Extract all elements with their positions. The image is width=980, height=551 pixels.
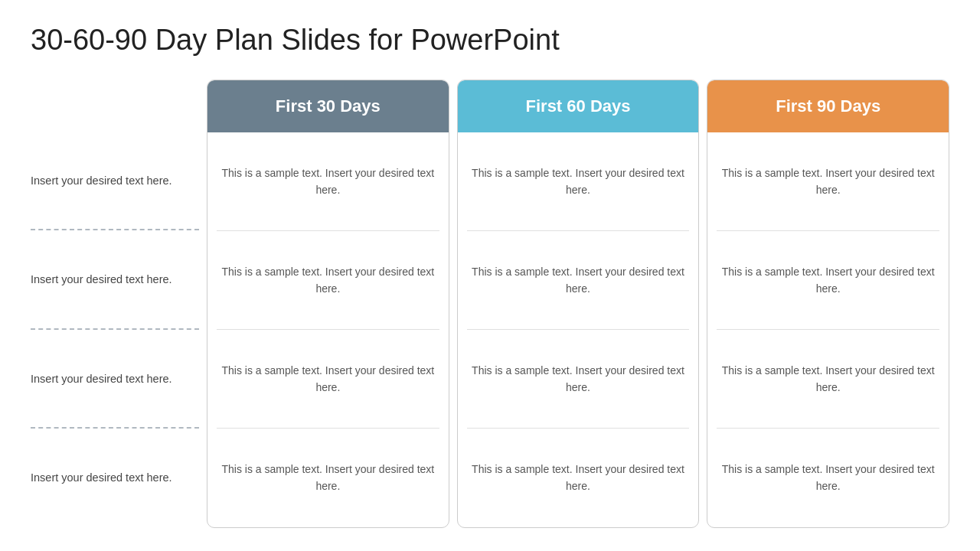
col-cell-text-0-2: This is a sample text. Insert your desir… (221, 362, 435, 396)
col-cell-1-1: This is a sample text. Insert your desir… (458, 231, 699, 330)
label-text-3: Insert your desired text here. (31, 470, 172, 487)
col-body-2: This is a sample text. Insert your desir… (707, 132, 949, 527)
col-cell-text-0-1: This is a sample text. Insert your desir… (221, 263, 435, 298)
col-cell-text-2-1: This is a sample text. Insert your desir… (721, 263, 935, 298)
col-cell-2-0: This is a sample text. Insert your desir… (707, 132, 949, 231)
col-cell-text-1-1: This is a sample text. Insert your desir… (472, 263, 685, 298)
col-cell-text-2-3: This is a sample text. Insert your desir… (721, 461, 935, 495)
col-cell-1-3: This is a sample text. Insert your desir… (458, 429, 699, 527)
col-cell-0-2: This is a sample text. Insert your desir… (207, 330, 449, 429)
col-header-1: First 60 Days (458, 80, 699, 132)
col-cell-1-2: This is a sample text. Insert your desir… (458, 330, 699, 429)
label-row-0: Insert your desired text here. (31, 132, 207, 231)
col-cell-2-2: This is a sample text. Insert your desir… (707, 330, 949, 429)
label-text-2: Insert your desired text here. (31, 371, 172, 388)
label-text-0: Insert your desired text here. (31, 173, 172, 190)
col-cell-2-3: This is a sample text. Insert your desir… (707, 429, 949, 527)
label-text-1: Insert your desired text here. (31, 272, 172, 289)
page-title: 30-60-90 Day Plan Slides for PowerPoint (31, 23, 949, 58)
col-cell-text-2-0: This is a sample text. Insert your desir… (721, 165, 935, 199)
col-cell-text-0-0: This is a sample text. Insert your desir… (221, 165, 435, 199)
label-row-2: Insert your desired text here. (31, 330, 207, 429)
col-cell-text-1-0: This is a sample text. Insert your desir… (472, 165, 685, 199)
label-column: Insert your desired text here.Insert you… (31, 80, 207, 528)
col-cell-text-0-3: This is a sample text. Insert your desir… (221, 461, 435, 495)
day-column-0: First 30 DaysThis is a sample text. Inse… (207, 80, 449, 528)
col-cell-0-3: This is a sample text. Insert your desir… (207, 429, 449, 527)
columns-area: First 30 DaysThis is a sample text. Inse… (207, 80, 949, 528)
col-cell-text-1-2: This is a sample text. Insert your desir… (472, 362, 685, 396)
col-cell-text-1-3: This is a sample text. Insert your desir… (472, 461, 685, 495)
col-header-2: First 90 Days (707, 80, 949, 132)
col-cell-text-2-2: This is a sample text. Insert your desir… (721, 362, 935, 396)
col-body-0: This is a sample text. Insert your desir… (207, 132, 449, 527)
col-cell-2-1: This is a sample text. Insert your desir… (707, 231, 949, 330)
label-row-1: Insert your desired text here. (31, 230, 207, 330)
col-cell-0-0: This is a sample text. Insert your desir… (207, 132, 449, 231)
day-column-2: First 90 DaysThis is a sample text. Inse… (707, 80, 949, 528)
main-content: Insert your desired text here.Insert you… (31, 80, 949, 528)
col-cell-0-1: This is a sample text. Insert your desir… (207, 231, 449, 330)
day-column-1: First 60 DaysThis is a sample text. Inse… (457, 80, 700, 528)
col-cell-1-0: This is a sample text. Insert your desir… (458, 132, 699, 231)
col-header-0: First 30 Days (207, 80, 449, 132)
col-body-1: This is a sample text. Insert your desir… (458, 132, 699, 527)
label-row-3: Insert your desired text here. (31, 429, 207, 528)
